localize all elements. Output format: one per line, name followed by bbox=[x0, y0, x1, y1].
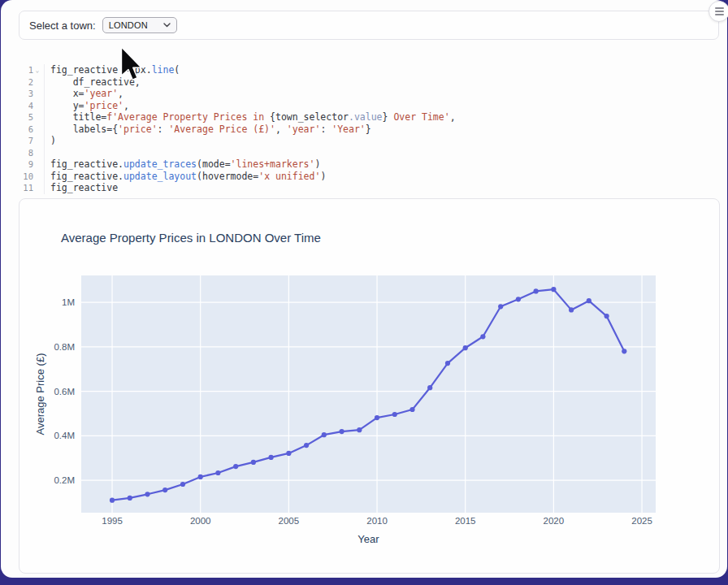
code-text: fig_reactive.update_traces(mode='lines+m… bbox=[44, 158, 320, 171]
town-selector-cell-output: Select a town: LONDON bbox=[19, 11, 719, 40]
y-tick-label: 1M bbox=[62, 297, 75, 307]
line-number: 6 bbox=[12, 124, 33, 136]
fold-spacer bbox=[33, 158, 41, 171]
fold-toggle-icon[interactable]: ⌄ bbox=[33, 64, 41, 76]
notebook-card: Select a town: LONDON 1⌄fig_reactive = p… bbox=[1, 0, 727, 578]
line-number: 8 bbox=[12, 147, 33, 159]
data-point-marker bbox=[427, 385, 432, 390]
y-tick-label: 0.4M bbox=[54, 431, 75, 440]
data-point-marker bbox=[110, 498, 115, 503]
x-axis-title: Year bbox=[358, 533, 379, 545]
code-line: 3 x='year', bbox=[12, 88, 711, 100]
code-line: 7) bbox=[12, 135, 711, 147]
fold-spacer bbox=[33, 100, 41, 112]
data-point-marker bbox=[322, 432, 327, 437]
data-point-marker bbox=[128, 496, 132, 500]
data-point-marker bbox=[534, 288, 539, 293]
data-point-marker bbox=[392, 412, 397, 417]
code-text: title=f'Average Property Prices in {town… bbox=[44, 111, 456, 124]
line-number: 5 bbox=[12, 111, 33, 124]
x-tick-label: 2005 bbox=[279, 516, 300, 526]
line-number: 10 bbox=[12, 171, 33, 183]
data-point-marker bbox=[145, 492, 150, 496]
data-point-marker bbox=[269, 455, 274, 460]
code-text: y='price', bbox=[44, 100, 129, 112]
chevron-down-icon bbox=[163, 23, 171, 28]
fold-spacer bbox=[33, 124, 41, 136]
code-line: 11fig_reactive bbox=[12, 182, 711, 194]
data-point-marker bbox=[304, 443, 309, 448]
notebook-menu-button[interactable] bbox=[708, 1, 728, 22]
fold-spacer bbox=[33, 135, 41, 147]
code-line: 4 y='price', bbox=[12, 100, 711, 112]
data-point-marker bbox=[162, 488, 167, 492]
data-point-marker bbox=[375, 415, 379, 420]
y-axis-title: Average Price (£) bbox=[34, 353, 46, 436]
code-line: 9fig_reactive.update_traces(mode='lines+… bbox=[12, 158, 711, 171]
fold-spacer bbox=[33, 171, 41, 183]
data-point-marker bbox=[286, 451, 291, 456]
data-point-marker bbox=[569, 307, 574, 312]
code-text: fig_reactive = px.line( bbox=[44, 64, 180, 76]
x-tick-label: 2020 bbox=[544, 516, 565, 526]
x-tick-label: 2000 bbox=[190, 516, 211, 526]
code-text bbox=[44, 147, 50, 159]
line-number: 7 bbox=[12, 135, 33, 147]
price-line-chart[interactable]: 19952000200520102015202020250.2M0.4M0.6M… bbox=[20, 199, 717, 571]
code-line: 5 title=f'Average Property Prices in {to… bbox=[12, 111, 711, 124]
data-point-marker bbox=[516, 297, 521, 301]
data-point-marker bbox=[463, 345, 468, 350]
line-number: 2 bbox=[12, 76, 33, 89]
code-editor[interactable]: 1⌄fig_reactive = px.line(2 df_reactive,3… bbox=[12, 64, 711, 194]
data-point-marker bbox=[498, 304, 503, 309]
town-dropdown[interactable]: LONDON bbox=[102, 17, 177, 33]
code-text: fig_reactive.update_layout(hovermode='x … bbox=[44, 171, 326, 183]
hamburger-icon bbox=[715, 7, 724, 15]
code-line: 6 labels={'price': 'Average Price (£)', … bbox=[12, 124, 711, 136]
line-number: 9 bbox=[12, 158, 33, 171]
town-selector-label: Select a town: bbox=[29, 20, 96, 32]
data-point-marker bbox=[180, 482, 185, 487]
code-text: x='year', bbox=[44, 88, 124, 100]
y-tick-label: 0.8M bbox=[54, 342, 75, 352]
town-dropdown-value: LONDON bbox=[109, 20, 148, 30]
data-point-marker bbox=[551, 287, 556, 292]
data-point-marker bbox=[622, 349, 626, 353]
data-point-marker bbox=[604, 314, 609, 318]
x-tick-label: 2025 bbox=[631, 516, 652, 526]
chart-title: Average Property Prices in LONDON Over T… bbox=[61, 231, 321, 245]
code-line: 1⌄fig_reactive = px.line( bbox=[12, 64, 711, 76]
code-line: 10fig_reactive.update_layout(hovermode='… bbox=[12, 171, 711, 183]
data-point-marker bbox=[198, 474, 203, 479]
fold-spacer bbox=[33, 147, 41, 159]
x-tick-label: 2015 bbox=[455, 516, 476, 526]
line-number: 11 bbox=[12, 182, 33, 194]
code-text: df_reactive, bbox=[44, 76, 141, 89]
data-point-marker bbox=[480, 334, 485, 339]
line-number: 4 bbox=[12, 100, 33, 112]
fold-spacer bbox=[33, 182, 41, 194]
code-text: labels={'price': 'Average Price (£)', 'y… bbox=[44, 124, 371, 136]
data-point-marker bbox=[340, 429, 344, 434]
data-point-marker bbox=[233, 464, 238, 469]
fold-spacer bbox=[33, 76, 41, 89]
data-point-marker bbox=[251, 460, 256, 465]
data-point-marker bbox=[215, 470, 220, 475]
code-text: fig_reactive bbox=[44, 182, 118, 194]
x-tick-label: 2010 bbox=[366, 516, 388, 526]
data-point-marker bbox=[587, 298, 592, 303]
fold-spacer bbox=[33, 88, 41, 100]
data-point-marker bbox=[445, 361, 450, 366]
x-tick-label: 1995 bbox=[102, 516, 123, 526]
y-tick-label: 0.6M bbox=[54, 387, 75, 396]
data-point-marker bbox=[410, 407, 414, 412]
y-tick-label: 0.2M bbox=[54, 475, 75, 485]
line-number: 3 bbox=[12, 88, 33, 100]
code-line: 2 df_reactive, bbox=[12, 76, 711, 89]
code-line: 8 bbox=[12, 147, 711, 159]
fold-spacer bbox=[33, 111, 41, 124]
line-number: 1 bbox=[12, 64, 33, 76]
plotly-chart-output: 19952000200520102015202020250.2M0.4M0.6M… bbox=[19, 198, 720, 574]
marimo-notebook-viewport: Select a town: LONDON 1⌄fig_reactive = p… bbox=[0, 0, 728, 585]
code-text: ) bbox=[44, 135, 56, 147]
